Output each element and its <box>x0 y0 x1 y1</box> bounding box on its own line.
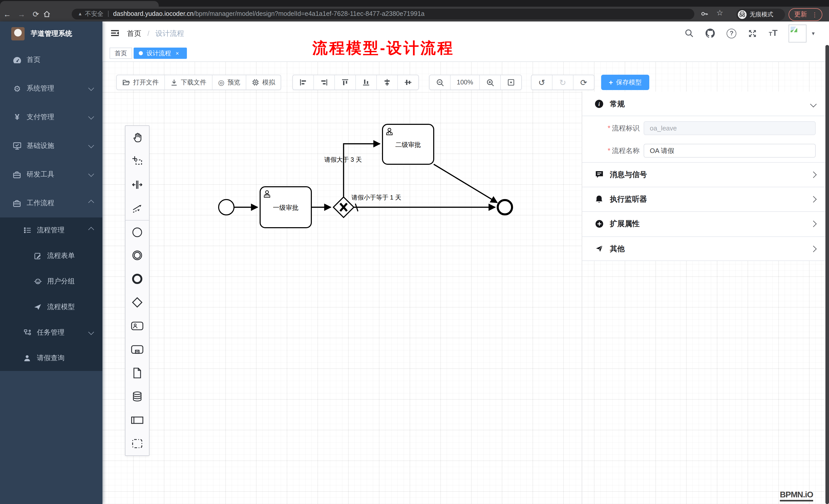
bpmn-io-logo[interactable]: BPMN.iO <box>780 490 813 501</box>
open-file-button[interactable]: 打开文件 <box>117 75 165 89</box>
process-key-input[interactable] <box>644 121 816 135</box>
fit-viewport-icon[interactable] <box>501 75 521 89</box>
browser-tab[interactable] <box>0 1 159 7</box>
sidebar-item-user-group[interactable]: 用户分组 <box>0 269 102 294</box>
section-other[interactable]: 其他 <box>582 236 829 261</box>
properties-panel: i 常规 *流程标识 *流程名称 消息与信号 执行监听器 <box>582 91 829 261</box>
palette-user-task[interactable] <box>125 314 149 338</box>
page-scrollbar[interactable] <box>825 45 829 504</box>
palette-participant-pool[interactable] <box>125 408 149 432</box>
github-icon[interactable] <box>705 28 716 38</box>
avatar[interactable] <box>789 24 807 42</box>
section-title: 常规 <box>610 99 625 109</box>
restart-icon[interactable]: ⟳ <box>574 75 594 89</box>
browser-back-icon[interactable]: ← <box>0 10 14 18</box>
browser-reload-icon[interactable]: ⟳ <box>29 9 43 19</box>
sidebar-item-process-mgmt[interactable]: 流程管理 <box>0 218 102 243</box>
fullscreen-icon[interactable] <box>748 28 758 38</box>
chevron-down-icon <box>88 171 94 177</box>
chevron-up-icon <box>88 227 94 233</box>
palette-start-event[interactable] <box>125 220 149 243</box>
tab-label: 首页 <box>115 49 127 57</box>
section-message-signal[interactable]: 消息与信号 <box>582 162 829 187</box>
align-left-icon[interactable] <box>293 75 314 89</box>
align-horizontal-center-icon[interactable] <box>398 75 418 89</box>
sidebar-item-home[interactable]: 首页 <box>0 45 102 74</box>
bookmark-star-icon[interactable]: ☆ <box>716 8 723 17</box>
bpmn-task-second-approve[interactable]: 二级审批 <box>383 124 434 164</box>
tab-design-process[interactable]: 设计流程 × <box>134 48 187 59</box>
bpmn-exclusive-gateway[interactable] <box>333 197 354 218</box>
sidebar-item-leave-query[interactable]: 请假查询 <box>0 345 102 371</box>
app-logo-row[interactable]: 芋道管理系统 <box>0 22 102 45</box>
download-file-button[interactable]: 下载文件 <box>165 75 213 89</box>
zoom-out-icon[interactable] <box>430 75 450 89</box>
sidebar-collapse-icon[interactable] <box>110 28 120 38</box>
section-title: 其他 <box>610 244 625 254</box>
url-bar[interactable]: ▲ 不安全 dashboard.yudao.iocoder.cn/bpm/man… <box>72 8 694 19</box>
navbar-actions: ? TT ▾ <box>674 22 815 45</box>
chevron-right-icon <box>810 245 817 252</box>
sidebar-item-system[interactable]: ⚙ 系统管理 <box>0 74 102 103</box>
align-vertical-center-icon[interactable] <box>377 75 398 89</box>
incognito-icon <box>738 10 747 19</box>
palette-intermediate-event[interactable] <box>125 243 149 267</box>
briefcase-icon <box>13 171 22 178</box>
section-general[interactable]: i 常规 <box>582 91 829 116</box>
hand-tool-icon[interactable] <box>125 126 149 149</box>
password-key-icon[interactable] <box>700 10 709 18</box>
search-icon[interactable] <box>685 29 694 38</box>
section-extended-attributes[interactable]: 扩展属性 <box>582 211 829 236</box>
tab-close-icon[interactable]: × <box>176 50 179 56</box>
palette-group[interactable] <box>125 432 149 455</box>
font-size-icon[interactable]: TT <box>769 28 778 38</box>
align-top-icon[interactable] <box>335 75 356 89</box>
browser-home-icon[interactable] <box>43 10 57 18</box>
process-name-input[interactable] <box>644 144 816 158</box>
align-bottom-icon[interactable] <box>356 75 377 89</box>
preview-button[interactable]: ◎ 预览 <box>213 75 246 89</box>
palette-data-store[interactable] <box>125 385 149 408</box>
bpmn-flow-gateway-task2[interactable] <box>344 144 380 197</box>
sidebar-item-payment[interactable]: ¥ 支付管理 <box>0 103 102 131</box>
bpmn-start-event[interactable] <box>219 200 234 215</box>
help-icon[interactable]: ? <box>727 28 736 38</box>
browser-toolbar: ← → ⟳ ▲ 不安全 dashboard.yudao.iocoder.cn/b… <box>0 7 829 22</box>
sidebar-item-task-mgmt[interactable]: 任务管理 <box>0 320 102 345</box>
palette-subprocess[interactable] <box>125 338 149 361</box>
sidebar-item-devtools[interactable]: 研发工具 <box>0 160 102 189</box>
chevron-down-icon <box>88 85 94 91</box>
lasso-tool-icon[interactable] <box>125 149 149 173</box>
palette-gateway[interactable] <box>125 290 149 314</box>
plus-icon: + <box>609 78 613 86</box>
align-right-icon[interactable] <box>314 75 335 89</box>
save-model-button[interactable]: + 保存模型 <box>601 75 649 90</box>
bpmn-flow-task2-end[interactable] <box>434 164 497 203</box>
sidebar-item-infra[interactable]: 基础设施 <box>0 131 102 160</box>
help-glyph: ? <box>730 30 733 37</box>
palette-data-object[interactable] <box>125 361 149 385</box>
browser-menu-icon[interactable]: ⋮ <box>812 11 818 18</box>
palette-end-event[interactable] <box>125 267 149 290</box>
section-execution-listener[interactable]: 执行监听器 <box>582 187 829 211</box>
avatar-caret-icon[interactable]: ▾ <box>812 30 815 37</box>
yen-icon: ¥ <box>13 113 22 122</box>
sidebar-item-process-form[interactable]: 流程表单 <box>0 243 102 269</box>
browser-forward-icon[interactable]: → <box>14 10 29 18</box>
browser-update-button[interactable]: 更新 ⋮ <box>789 8 822 21</box>
redo-icon[interactable]: ↻ <box>552 75 574 89</box>
space-tool-icon[interactable] <box>125 173 149 196</box>
simulate-button[interactable]: 模拟 <box>246 75 281 89</box>
security-label[interactable]: 不安全 <box>85 9 103 18</box>
sidebar-item-workflow[interactable]: 工作流程 <box>0 189 102 218</box>
bpmn-end-event[interactable] <box>498 200 512 215</box>
global-connect-tool-icon[interactable] <box>125 196 149 220</box>
tab-home[interactable]: 首页 <box>110 48 132 59</box>
bpmn-task-first-approve[interactable]: 一级审批 <box>260 187 311 228</box>
file-button-group: 打开文件 下载文件 ◎ 预览 模拟 <box>116 75 281 90</box>
zoom-in-icon[interactable] <box>480 75 501 89</box>
undo-icon[interactable]: ↺ <box>532 75 552 89</box>
sidebar-item-process-model[interactable]: 流程模型 <box>0 294 102 320</box>
update-label[interactable]: 更新 <box>794 10 807 19</box>
breadcrumb-home[interactable]: 首页 <box>127 29 141 37</box>
